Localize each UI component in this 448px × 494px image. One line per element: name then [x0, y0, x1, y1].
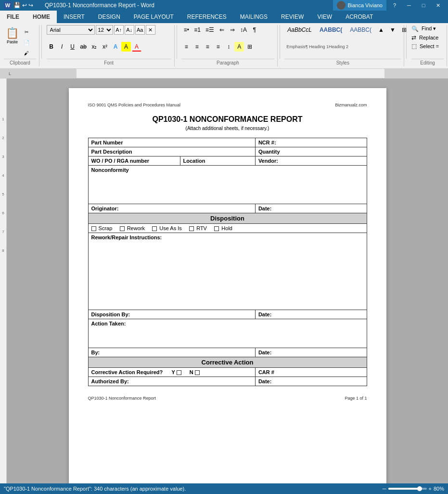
format-painter-button[interactable]: 🖌 [22, 48, 31, 58]
bullets-button[interactable]: ≡• [181, 25, 191, 35]
decrease-indent-button[interactable]: ⇐ [217, 25, 227, 35]
paste-button[interactable]: 📋 Paste [4, 25, 21, 46]
font-label: Font [47, 59, 171, 66]
scrap-checkbox-icon[interactable] [91, 226, 96, 231]
para-row-1: ≡• ≡1 ≡☰ ⇐ ⇒ ↕A ¶ [181, 25, 259, 35]
checkbox-rework[interactable]: Rework [120, 225, 146, 231]
style-heading1[interactable]: AABBC( [317, 26, 345, 34]
styles-scroll-up[interactable]: ▲ [376, 25, 386, 35]
tab-insert[interactable]: INSERT [57, 11, 91, 23]
superscript-button[interactable]: x² [100, 42, 110, 52]
justify-button[interactable]: ≡ [213, 42, 223, 52]
italic-button[interactable]: I [57, 42, 67, 52]
rtv-checkbox-icon[interactable] [189, 226, 194, 231]
tab-mailings[interactable]: MAILINGS [233, 11, 274, 23]
close-btn[interactable]: ✕ [432, 0, 444, 11]
footer-left: QP1030-1 Nonconformance Report [88, 396, 156, 401]
help-btn[interactable]: ? [388, 0, 401, 11]
group-styles: AaBbCcL AABBC( AABBC( ▲ ▼ ⊞ Emphasis ¶ H… [282, 25, 404, 66]
separator-2 [177, 25, 177, 59]
styles-label-h1: ¶ Heading 1 [306, 44, 329, 49]
replace-row: ⇄ Replace [411, 34, 440, 41]
tab-page-layout[interactable]: PAGE LAYOUT [127, 11, 180, 23]
show-formatting-button[interactable]: ¶ [250, 25, 259, 35]
row-rework-instructions: Rework/Repair Instructions: [88, 233, 367, 310]
zoom-plus-icon[interactable]: + [429, 486, 432, 492]
subscript-button[interactable]: x₂ [90, 42, 99, 52]
checkbox-use-as-is[interactable]: Use As Is [152, 225, 183, 231]
styles-expand[interactable]: ⊞ [399, 25, 409, 35]
editing-label: Editing [411, 59, 444, 66]
zoom-thumb[interactable] [417, 486, 422, 491]
copy-button[interactable]: 📄 [22, 38, 31, 47]
text-effects-button[interactable]: A [111, 42, 120, 52]
no-checkbox-icon[interactable] [195, 370, 200, 375]
align-right-button[interactable]: ≡ [203, 42, 212, 52]
zoom-minus-icon[interactable]: ─ [383, 486, 386, 492]
redo-icon[interactable]: ↪ [28, 2, 33, 9]
checkbox-hold[interactable]: Hold [214, 225, 232, 231]
minimize-btn[interactable]: ─ [403, 0, 415, 11]
ruler-mark-3: 3 [2, 155, 4, 159]
hold-label: Hold [221, 225, 232, 231]
hold-checkbox-icon[interactable] [214, 226, 219, 231]
tab-view[interactable]: VIEW [310, 11, 339, 23]
replace-button[interactable]: Replace [417, 34, 440, 41]
location-label: Location [180, 156, 255, 166]
font-family-select[interactable]: Arial [47, 25, 95, 35]
zoom-slider[interactable] [388, 488, 427, 490]
use-as-is-checkbox-icon[interactable] [152, 226, 157, 231]
sort-button[interactable]: ↕A [238, 25, 249, 35]
font-color-button[interactable]: A [132, 42, 141, 52]
style-emphasis[interactable]: AaBbCcL [284, 26, 315, 34]
select-button[interactable]: Select = [418, 43, 441, 50]
increase-indent-button[interactable]: ⇒ [228, 25, 237, 35]
rework-checkbox-icon[interactable] [120, 226, 125, 231]
shading-button[interactable]: A [234, 42, 244, 52]
line-spacing-button[interactable]: ↕ [224, 42, 233, 52]
borders-button[interactable]: ⊞ [245, 42, 255, 52]
multilevel-list-button[interactable]: ≡☰ [204, 25, 216, 35]
ruler-mark-1: 1 [2, 117, 4, 121]
authorized-by-label: Authorized By: [88, 377, 255, 386]
document-subtitle: (Attach additional sheets, if necessary.… [88, 126, 367, 131]
word-icon: W [4, 1, 12, 9]
save-icon[interactable]: 💾 [13, 2, 21, 9]
cut-button[interactable]: ✂ [22, 27, 31, 37]
styles-scroll-down[interactable]: ▼ [388, 25, 397, 35]
tab-design[interactable]: DESIGN [91, 11, 127, 23]
select-row: ⬚ Select = [411, 43, 441, 50]
styles-label-h2: Heading 2 [329, 44, 348, 49]
change-case-button[interactable]: Aa [135, 25, 145, 35]
align-left-button[interactable]: ≡ [181, 42, 191, 52]
tab-acrobat[interactable]: ACROBAT [339, 11, 380, 23]
rework-instructions-label: Rework/Repair Instructions: [88, 233, 367, 310]
highlight-button[interactable]: A [121, 42, 131, 52]
document-page: ISO 9001 QMS Policies and Procedures Man… [69, 88, 386, 494]
tab-review[interactable]: REVIEW [274, 11, 310, 23]
checkbox-scrap[interactable]: Scrap [91, 225, 114, 231]
tab-file[interactable]: FILE [0, 11, 26, 23]
paragraph-label: Paragraph [181, 59, 274, 66]
originator-label: Originator: [88, 204, 255, 213]
yes-checkbox-icon[interactable] [177, 370, 181, 375]
user-avatar [337, 1, 346, 10]
tab-home[interactable]: HOME [26, 11, 57, 23]
align-center-button[interactable]: ≡ [192, 42, 202, 52]
underline-button[interactable]: U [68, 42, 77, 52]
numbering-button[interactable]: ≡1 [192, 25, 203, 35]
checkbox-rtv[interactable]: RTV [189, 225, 208, 231]
tab-references[interactable]: REFERENCES [180, 11, 233, 23]
clear-format-button[interactable]: ✕ [146, 25, 155, 35]
user-name: Bianca Viviano [347, 2, 383, 8]
font-grow-button[interactable]: A↑ [114, 25, 124, 35]
find-button[interactable]: Find ▾ [420, 25, 438, 32]
font-shrink-button[interactable]: A↓ [125, 25, 134, 35]
font-size-select[interactable]: 12 [96, 25, 113, 35]
undo-icon[interactable]: ↩ [22, 2, 27, 9]
restore-btn[interactable]: □ [417, 0, 430, 11]
style-heading2[interactable]: AABBC( [347, 26, 374, 34]
bold-button[interactable]: B [47, 42, 56, 52]
strikethrough-button[interactable]: ab [78, 42, 89, 52]
clipboard-label: Clipboard [4, 59, 36, 66]
